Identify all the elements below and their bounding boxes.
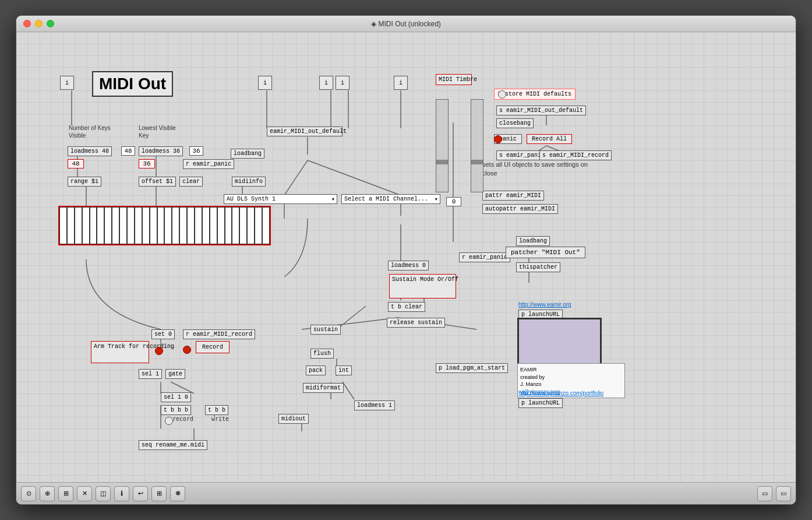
record-circle-btn[interactable]	[165, 417, 173, 425]
wk-28[interactable]	[262, 207, 270, 244]
release-sustain-row: release sustain	[387, 318, 445, 328]
info-btn-1[interactable]: i	[60, 76, 74, 90]
info-btn-3[interactable]: i	[319, 76, 333, 90]
r-eamir-panic-2: r eamir_panic	[459, 252, 510, 262]
loadmess-0: loadmess 0	[388, 261, 429, 270]
toolbar-btn-back[interactable]: ↩	[133, 486, 148, 501]
loadbang-1: loadbang	[231, 149, 264, 159]
arm-track-toggle[interactable]	[155, 347, 163, 355]
toolbar-btn-3[interactable]: ⊞	[58, 486, 73, 501]
num-keys-comment: Number of Keys Visible	[69, 124, 115, 139]
eamir-url[interactable]: http://www.eamir.org	[518, 301, 571, 308]
restore-label: Restore MIDI defaults	[498, 91, 571, 97]
info-btn-5[interactable]: i	[394, 76, 408, 90]
piano-keys-container	[59, 207, 270, 244]
wk-25[interactable]	[239, 207, 247, 244]
main-window: ◈ MIDI Out (unlocked)	[16, 15, 796, 505]
v-slider-1[interactable]	[436, 99, 449, 192]
lowest-key-comment: Lowest Visible Key	[139, 124, 185, 139]
titlebar: ◈ MIDI Out (unlocked)	[16, 16, 796, 32]
num-48-box[interactable]: 48	[68, 159, 84, 168]
wk-15[interactable]	[164, 207, 172, 244]
wk-27[interactable]	[255, 207, 262, 244]
window-title: ◈ MIDI Out (unlocked)	[371, 20, 441, 28]
info-btn-4[interactable]: i	[336, 76, 349, 90]
wk-9[interactable]	[119, 207, 127, 244]
wk-1[interactable]	[59, 207, 67, 244]
record-all-label: Record All	[527, 134, 572, 144]
select-midi-channel-dropdown[interactable]: Select a MIDI Channel...	[341, 194, 440, 204]
svg-line-6	[284, 160, 308, 195]
wk-5[interactable]	[90, 207, 97, 244]
wk-7[interactable]	[104, 207, 112, 244]
wk-10[interactable]	[127, 207, 135, 244]
close-button[interactable]	[23, 20, 31, 27]
svg-line-7	[308, 160, 401, 195]
vjmanzo-url[interactable]: http://www.vjmanzo.com/portfolio	[518, 390, 603, 396]
wk-20[interactable]	[202, 207, 210, 244]
wk-11[interactable]	[135, 207, 142, 244]
p-launchurl-2: p launchURL	[518, 398, 563, 408]
toolbar: ⊙ ⊕ ⊞ ✕ ◫ ℹ ↩ ⊞ ❋ ▭ ▭	[16, 482, 796, 504]
wk-16[interactable]	[172, 207, 179, 244]
toolbar-btn-right-2[interactable]: ▭	[776, 486, 791, 501]
restore-toggle[interactable]	[498, 90, 506, 99]
wk-6[interactable]	[97, 207, 104, 244]
num-36-box[interactable]: 36	[139, 159, 155, 168]
num-0-box[interactable]: 0	[446, 197, 461, 206]
au-dls-dropdown[interactable]: AU DLS Synth 1	[224, 194, 337, 204]
info-btn-2[interactable]: i	[258, 76, 272, 90]
sel-1-box: sel 1	[139, 369, 162, 379]
pack-box: pack	[306, 366, 326, 375]
s-eamir-midi-record: s eamir_MIDI_record	[539, 150, 612, 160]
wk-13[interactable]	[150, 207, 157, 244]
svg-line-19	[337, 306, 366, 329]
minimize-button[interactable]	[35, 20, 43, 27]
wk-14[interactable]	[157, 207, 165, 244]
wk-17[interactable]	[179, 207, 187, 244]
record-button-box[interactable]: Record	[196, 341, 230, 353]
record-all-toggle[interactable]	[494, 135, 502, 143]
eamir-credit-text: EAMIR created by J. Manzo	[520, 366, 622, 388]
toolbar-btn-star[interactable]: ❋	[170, 486, 185, 501]
midiformat-box: midiformat	[303, 383, 344, 393]
toolbar-btn-info[interactable]: ℹ	[114, 486, 129, 501]
svg-line-26	[171, 382, 194, 393]
toolbar-btn-1[interactable]: ⊙	[21, 486, 36, 501]
restore-midi-defaults-box: Restore MIDI defaults	[494, 89, 576, 100]
svg-line-22	[343, 382, 354, 399]
wk-22[interactable]	[217, 207, 225, 244]
record-toggle[interactable]	[183, 346, 191, 354]
toolbar-btn-grid[interactable]: ⊞	[151, 486, 167, 501]
wk-19[interactable]	[195, 207, 202, 244]
midiout-box: midiout	[278, 414, 309, 424]
t-b-b-box: t b b	[205, 405, 228, 415]
wk-4[interactable]	[82, 207, 90, 244]
wk-12[interactable]	[142, 207, 150, 244]
wk-21[interactable]	[210, 207, 217, 244]
wk-2[interactable]	[67, 207, 75, 244]
midiinfo-box: midiinfo	[232, 177, 266, 187]
piano-keyboard[interactable]	[58, 206, 271, 245]
v-slider-2[interactable]	[471, 99, 483, 192]
clear-box: clear	[179, 177, 203, 187]
p-load-pgm: p load_pgm_at_start	[436, 363, 508, 373]
wk-3[interactable]	[75, 207, 82, 244]
sets-all-comment: sets all UI objects to save settings on …	[482, 160, 599, 178]
toolbar-btn-4[interactable]: ✕	[77, 486, 92, 501]
flush-box: flush	[310, 349, 334, 359]
maximize-button[interactable]	[47, 20, 54, 27]
loadbang-2: loadbang	[516, 236, 550, 246]
wk-8[interactable]	[112, 207, 119, 244]
wk-18[interactable]	[187, 207, 195, 244]
wire-layer	[16, 32, 796, 482]
wk-26[interactable]	[247, 207, 255, 244]
toolbar-btn-right-1[interactable]: ▭	[757, 486, 772, 501]
toolbar-btn-5[interactable]: ◫	[96, 486, 111, 501]
wk-24[interactable]	[232, 207, 239, 244]
autopattr-eamir-midi: autopattr eamir_MIDI	[482, 204, 558, 214]
record-label-small: record	[172, 416, 193, 422]
num-48-display: 48	[121, 146, 135, 156]
toolbar-btn-2[interactable]: ⊕	[40, 486, 55, 501]
wk-23[interactable]	[225, 207, 232, 244]
